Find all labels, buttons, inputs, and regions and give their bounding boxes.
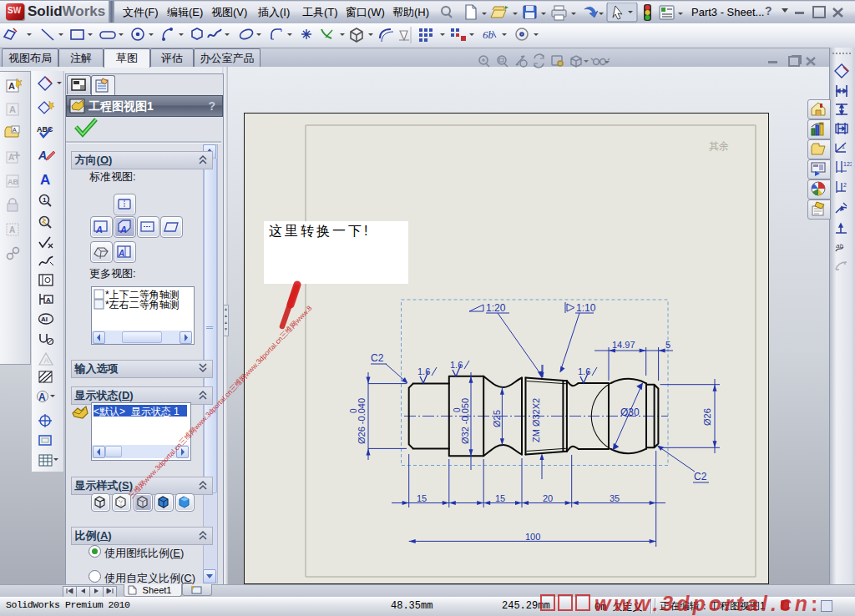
svg-text:1.6: 1.6	[578, 366, 590, 376]
svg-text:Ø26: Ø26	[702, 408, 712, 426]
svg-text:2: 2	[843, 182, 847, 188]
svg-text:0: 0	[349, 408, 358, 413]
svg-text:5: 5	[665, 340, 670, 350]
svg-text:A: A	[118, 249, 124, 258]
svg-text:35: 35	[610, 493, 620, 503]
svg-text:123: 123	[843, 161, 852, 167]
svg-text:14.97: 14.97	[612, 340, 635, 350]
svg-text:Ø26 -0.040: Ø26 -0.040	[357, 398, 367, 444]
svg-text:A: A	[95, 225, 103, 235]
svg-text:Ø25: Ø25	[492, 410, 502, 427]
svg-text:其余: 其余	[709, 140, 729, 152]
svg-text:1.6: 1.6	[417, 366, 430, 376]
svg-text:1.6: 1.6	[450, 360, 463, 370]
svg-text:1: 1	[842, 144, 845, 149]
svg-text:ab: ab	[836, 242, 843, 250]
svg-text:20: 20	[543, 493, 553, 503]
svg-text:A: A	[119, 225, 127, 235]
svg-text:100: 100	[525, 532, 540, 542]
svg-text:C2: C2	[371, 352, 384, 364]
svg-text:1:20: 1:20	[486, 302, 506, 314]
svg-text:Ø32 -0.050: Ø32 -0.050	[460, 398, 470, 444]
svg-text:15: 15	[417, 493, 427, 503]
svg-text:6b: 6b	[483, 28, 494, 41]
svg-text:15: 15	[495, 493, 505, 503]
svg-text:C2: C2	[694, 471, 707, 482]
svg-text:0: 0	[453, 407, 462, 412]
svg-text:1:10: 1:10	[576, 302, 596, 314]
svg-text:ZM Ø32X2: ZM Ø32X2	[531, 398, 541, 442]
svg-text:Ø30: Ø30	[620, 406, 640, 418]
